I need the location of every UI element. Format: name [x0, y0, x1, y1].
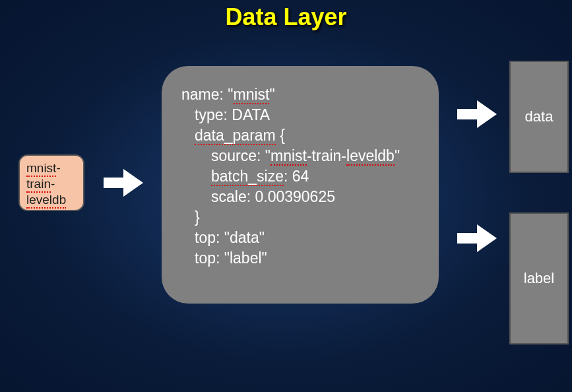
cfg-type-row: type: DATA: [181, 105, 419, 125]
cfg-source-row: source: "mnist-train-leveldb": [181, 146, 419, 166]
arrow-config-to-data: [454, 98, 500, 131]
output-label-label: label: [524, 270, 554, 287]
input-line2: train: [26, 177, 51, 193]
cfg-dataparam-row: data_param {: [181, 125, 419, 146]
cfg-top2-row: top: "label": [181, 248, 419, 269]
cfg-brace-close: }: [181, 207, 419, 228]
input-line3: leveldb: [26, 193, 66, 209]
arrow-input-to-config: [100, 166, 146, 199]
cfg-scale-row: scale: 0.00390625: [181, 187, 419, 207]
diagram-title: Data Layer: [0, 3, 572, 31]
layer-config-box: name: "mnist" type: DATA data_param { so…: [162, 66, 439, 304]
arrow-config-to-label: [454, 222, 500, 255]
output-data-label: data: [525, 108, 554, 125]
cfg-top1-row: top: "data": [181, 228, 419, 248]
cfg-name-row: name: "mnist": [181, 84, 419, 105]
input-line1: mnist: [26, 161, 56, 177]
cfg-batchsize-row: batch_size: 64: [181, 166, 419, 187]
output-data-box: data: [509, 61, 569, 173]
output-label-box: label: [509, 212, 569, 344]
input-source-box: mnist- train- leveldb: [18, 154, 84, 211]
